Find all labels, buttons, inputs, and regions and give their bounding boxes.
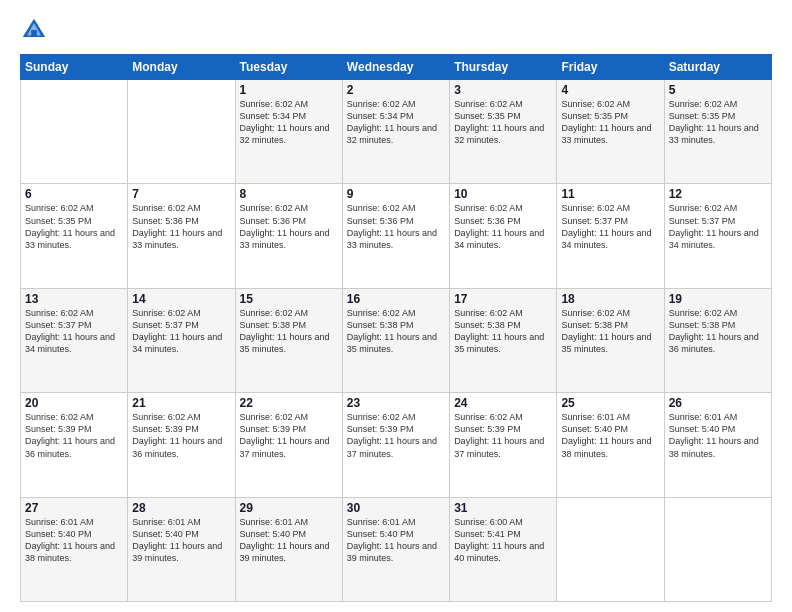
day-info: Sunrise: 6:02 AM Sunset: 5:35 PM Dayligh… xyxy=(25,202,123,251)
weekday-header-sunday: Sunday xyxy=(21,55,128,80)
day-cell: 14Sunrise: 6:02 AM Sunset: 5:37 PM Dayli… xyxy=(128,288,235,392)
day-cell: 29Sunrise: 6:01 AM Sunset: 5:40 PM Dayli… xyxy=(235,497,342,601)
day-info: Sunrise: 6:02 AM Sunset: 5:37 PM Dayligh… xyxy=(132,307,230,356)
day-number: 20 xyxy=(25,396,123,410)
day-number: 27 xyxy=(25,501,123,515)
day-number: 30 xyxy=(347,501,445,515)
day-number: 21 xyxy=(132,396,230,410)
day-number: 22 xyxy=(240,396,338,410)
day-cell: 21Sunrise: 6:02 AM Sunset: 5:39 PM Dayli… xyxy=(128,393,235,497)
day-cell: 5Sunrise: 6:02 AM Sunset: 5:35 PM Daylig… xyxy=(664,80,771,184)
day-info: Sunrise: 6:02 AM Sunset: 5:39 PM Dayligh… xyxy=(347,411,445,460)
week-row-2: 6Sunrise: 6:02 AM Sunset: 5:35 PM Daylig… xyxy=(21,184,772,288)
day-cell: 8Sunrise: 6:02 AM Sunset: 5:36 PM Daylig… xyxy=(235,184,342,288)
day-info: Sunrise: 6:01 AM Sunset: 5:40 PM Dayligh… xyxy=(347,516,445,565)
day-number: 8 xyxy=(240,187,338,201)
weekday-header-wednesday: Wednesday xyxy=(342,55,449,80)
day-cell: 31Sunrise: 6:00 AM Sunset: 5:41 PM Dayli… xyxy=(450,497,557,601)
day-cell: 3Sunrise: 6:02 AM Sunset: 5:35 PM Daylig… xyxy=(450,80,557,184)
day-number: 24 xyxy=(454,396,552,410)
day-number: 11 xyxy=(561,187,659,201)
week-row-5: 27Sunrise: 6:01 AM Sunset: 5:40 PM Dayli… xyxy=(21,497,772,601)
day-cell: 23Sunrise: 6:02 AM Sunset: 5:39 PM Dayli… xyxy=(342,393,449,497)
day-number: 16 xyxy=(347,292,445,306)
day-cell: 26Sunrise: 6:01 AM Sunset: 5:40 PM Dayli… xyxy=(664,393,771,497)
day-number: 17 xyxy=(454,292,552,306)
week-row-4: 20Sunrise: 6:02 AM Sunset: 5:39 PM Dayli… xyxy=(21,393,772,497)
logo-icon xyxy=(20,16,48,44)
day-info: Sunrise: 6:02 AM Sunset: 5:38 PM Dayligh… xyxy=(347,307,445,356)
day-cell: 16Sunrise: 6:02 AM Sunset: 5:38 PM Dayli… xyxy=(342,288,449,392)
day-number: 3 xyxy=(454,83,552,97)
day-info: Sunrise: 6:02 AM Sunset: 5:38 PM Dayligh… xyxy=(561,307,659,356)
weekday-header-friday: Friday xyxy=(557,55,664,80)
day-number: 5 xyxy=(669,83,767,97)
day-cell xyxy=(557,497,664,601)
day-cell xyxy=(21,80,128,184)
day-cell: 22Sunrise: 6:02 AM Sunset: 5:39 PM Dayli… xyxy=(235,393,342,497)
day-info: Sunrise: 6:02 AM Sunset: 5:37 PM Dayligh… xyxy=(561,202,659,251)
page: SundayMondayTuesdayWednesdayThursdayFrid… xyxy=(0,0,792,612)
day-cell: 28Sunrise: 6:01 AM Sunset: 5:40 PM Dayli… xyxy=(128,497,235,601)
day-info: Sunrise: 6:02 AM Sunset: 5:36 PM Dayligh… xyxy=(347,202,445,251)
day-info: Sunrise: 6:01 AM Sunset: 5:40 PM Dayligh… xyxy=(25,516,123,565)
day-info: Sunrise: 6:02 AM Sunset: 5:36 PM Dayligh… xyxy=(454,202,552,251)
day-info: Sunrise: 6:02 AM Sunset: 5:34 PM Dayligh… xyxy=(347,98,445,147)
day-number: 1 xyxy=(240,83,338,97)
day-cell: 1Sunrise: 6:02 AM Sunset: 5:34 PM Daylig… xyxy=(235,80,342,184)
day-info: Sunrise: 6:02 AM Sunset: 5:39 PM Dayligh… xyxy=(454,411,552,460)
week-row-1: 1Sunrise: 6:02 AM Sunset: 5:34 PM Daylig… xyxy=(21,80,772,184)
day-info: Sunrise: 6:01 AM Sunset: 5:40 PM Dayligh… xyxy=(240,516,338,565)
day-info: Sunrise: 6:02 AM Sunset: 5:37 PM Dayligh… xyxy=(669,202,767,251)
day-cell: 30Sunrise: 6:01 AM Sunset: 5:40 PM Dayli… xyxy=(342,497,449,601)
header xyxy=(20,16,772,44)
day-cell: 19Sunrise: 6:02 AM Sunset: 5:38 PM Dayli… xyxy=(664,288,771,392)
day-info: Sunrise: 6:02 AM Sunset: 5:39 PM Dayligh… xyxy=(132,411,230,460)
day-info: Sunrise: 6:02 AM Sunset: 5:39 PM Dayligh… xyxy=(25,411,123,460)
weekday-header-tuesday: Tuesday xyxy=(235,55,342,80)
day-info: Sunrise: 6:02 AM Sunset: 5:35 PM Dayligh… xyxy=(669,98,767,147)
calendar-table: SundayMondayTuesdayWednesdayThursdayFrid… xyxy=(20,54,772,602)
day-cell: 20Sunrise: 6:02 AM Sunset: 5:39 PM Dayli… xyxy=(21,393,128,497)
day-number: 26 xyxy=(669,396,767,410)
day-cell: 18Sunrise: 6:02 AM Sunset: 5:38 PM Dayli… xyxy=(557,288,664,392)
day-number: 4 xyxy=(561,83,659,97)
day-cell: 27Sunrise: 6:01 AM Sunset: 5:40 PM Dayli… xyxy=(21,497,128,601)
day-cell: 7Sunrise: 6:02 AM Sunset: 5:36 PM Daylig… xyxy=(128,184,235,288)
day-info: Sunrise: 6:01 AM Sunset: 5:40 PM Dayligh… xyxy=(132,516,230,565)
day-cell: 12Sunrise: 6:02 AM Sunset: 5:37 PM Dayli… xyxy=(664,184,771,288)
weekday-header-saturday: Saturday xyxy=(664,55,771,80)
day-info: Sunrise: 6:02 AM Sunset: 5:35 PM Dayligh… xyxy=(561,98,659,147)
day-info: Sunrise: 6:02 AM Sunset: 5:39 PM Dayligh… xyxy=(240,411,338,460)
weekday-header-row: SundayMondayTuesdayWednesdayThursdayFrid… xyxy=(21,55,772,80)
day-info: Sunrise: 6:01 AM Sunset: 5:40 PM Dayligh… xyxy=(669,411,767,460)
day-cell xyxy=(664,497,771,601)
day-number: 14 xyxy=(132,292,230,306)
day-number: 28 xyxy=(132,501,230,515)
weekday-header-thursday: Thursday xyxy=(450,55,557,80)
day-cell: 10Sunrise: 6:02 AM Sunset: 5:36 PM Dayli… xyxy=(450,184,557,288)
day-info: Sunrise: 6:02 AM Sunset: 5:35 PM Dayligh… xyxy=(454,98,552,147)
day-number: 10 xyxy=(454,187,552,201)
day-number: 2 xyxy=(347,83,445,97)
day-cell: 9Sunrise: 6:02 AM Sunset: 5:36 PM Daylig… xyxy=(342,184,449,288)
day-info: Sunrise: 6:02 AM Sunset: 5:36 PM Dayligh… xyxy=(240,202,338,251)
day-number: 25 xyxy=(561,396,659,410)
day-number: 15 xyxy=(240,292,338,306)
day-number: 13 xyxy=(25,292,123,306)
day-number: 7 xyxy=(132,187,230,201)
day-cell: 11Sunrise: 6:02 AM Sunset: 5:37 PM Dayli… xyxy=(557,184,664,288)
day-cell: 15Sunrise: 6:02 AM Sunset: 5:38 PM Dayli… xyxy=(235,288,342,392)
day-info: Sunrise: 6:02 AM Sunset: 5:38 PM Dayligh… xyxy=(454,307,552,356)
day-number: 9 xyxy=(347,187,445,201)
day-info: Sunrise: 6:00 AM Sunset: 5:41 PM Dayligh… xyxy=(454,516,552,565)
day-info: Sunrise: 6:02 AM Sunset: 5:37 PM Dayligh… xyxy=(25,307,123,356)
day-info: Sunrise: 6:02 AM Sunset: 5:34 PM Dayligh… xyxy=(240,98,338,147)
day-cell: 24Sunrise: 6:02 AM Sunset: 5:39 PM Dayli… xyxy=(450,393,557,497)
day-info: Sunrise: 6:02 AM Sunset: 5:38 PM Dayligh… xyxy=(240,307,338,356)
svg-rect-2 xyxy=(31,30,37,37)
day-number: 31 xyxy=(454,501,552,515)
day-cell: 25Sunrise: 6:01 AM Sunset: 5:40 PM Dayli… xyxy=(557,393,664,497)
day-number: 6 xyxy=(25,187,123,201)
day-number: 12 xyxy=(669,187,767,201)
